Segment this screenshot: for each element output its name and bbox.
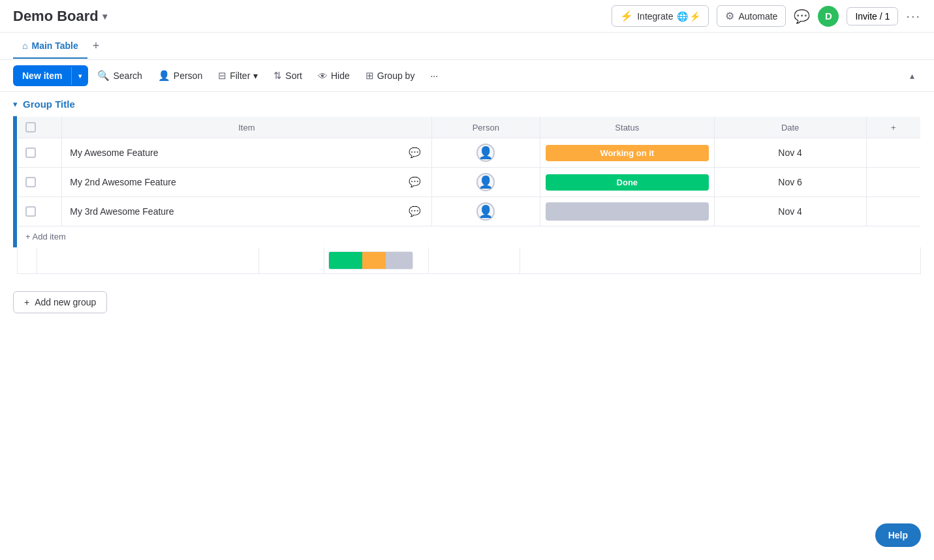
sort-icon: ⇅ <box>273 70 282 82</box>
status-cell[interactable] <box>540 197 714 226</box>
table-row: My 3rd Awesome Feature💬👤Nov 4 <box>18 197 921 226</box>
person-icon: 👤 <box>158 70 170 82</box>
add-group-area: + Add new group <box>0 281 934 324</box>
table-row: My Awesome Feature💬👤Working on itNov 4 <box>18 138 921 168</box>
person-cell[interactable]: 👤 <box>431 168 540 197</box>
summary-working-segment <box>362 252 386 269</box>
new-item-dropdown-arrow[interactable]: ▾ <box>71 67 88 85</box>
invite-button[interactable]: Invite / 1 <box>847 7 898 25</box>
sort-button[interactable]: ⇅ Sort <box>267 66 309 86</box>
toolbar: New item ▾ 🔍 Search 👤 Person ⊟ Filter ▾ … <box>0 60 934 92</box>
group-by-button[interactable]: ⊞ Group by <box>359 66 422 86</box>
row-checkbox-cell <box>18 168 62 197</box>
header-checkbox[interactable] <box>25 122 36 132</box>
collapse-button[interactable]: ▴ <box>903 67 921 85</box>
integrate-icons: 🌐 ⚡ <box>677 11 700 22</box>
chat-icon[interactable]: 💬 <box>406 147 424 159</box>
integrate-button[interactable]: ⚡ Integrate 🌐 ⚡ <box>612 5 709 27</box>
hide-label: Hide <box>331 70 350 81</box>
row-checkbox-cell <box>18 197 62 226</box>
row-checkbox[interactable] <box>25 177 36 187</box>
item-name-text: My 2nd Awesome Feature <box>70 177 176 187</box>
status-badge: Done <box>546 174 708 191</box>
person-cell[interactable]: 👤 <box>431 197 540 226</box>
col-date-label: Date <box>781 123 799 132</box>
col-person-label: Person <box>473 123 499 132</box>
summary-done-segment <box>329 252 362 269</box>
automate-icon: ⚙ <box>725 10 734 22</box>
group-header: ▾ Group Title <box>0 92 934 116</box>
collapse-icon: ▴ <box>910 70 914 81</box>
integrate-label: Integrate <box>637 11 673 22</box>
new-item-label: New item <box>13 65 71 86</box>
add-item-row[interactable]: + Add item <box>18 226 921 247</box>
top-header: Demo Board ▾ ⚡ Integrate 🌐 ⚡ ⚙ Automate … <box>0 0 934 33</box>
avatar[interactable]: D <box>818 6 839 27</box>
group-by-icon: ⊞ <box>366 70 374 82</box>
chat-icon[interactable]: 💬 <box>406 176 424 188</box>
status-summary-bar <box>328 251 413 270</box>
person-avatar: 👤 <box>476 173 495 191</box>
sort-label: Sort <box>285 70 302 81</box>
board-title-text: Demo Board <box>13 8 99 25</box>
add-item-label[interactable]: + Add item <box>18 226 921 247</box>
filter-chevron-icon: ▾ <box>253 70 258 81</box>
date-cell[interactable]: Nov 4 <box>714 138 866 168</box>
more-toolbar-icon: ··· <box>430 70 438 81</box>
tabs-bar: ⌂ Main Table + <box>0 33 934 60</box>
date-cell[interactable]: Nov 6 <box>714 168 866 197</box>
search-label: Search <box>113 70 142 81</box>
hide-button[interactable]: 👁 Hide <box>311 67 356 86</box>
item-name-text: My Awesome Feature <box>70 148 158 158</box>
more-toolbar-button[interactable]: ··· <box>424 67 444 85</box>
group-title: Group Title <box>23 99 75 110</box>
header-checkbox-cell <box>18 117 62 138</box>
item-name-text: My 3rd Awesome Feature <box>70 206 174 217</box>
group-table-container: Item Person Status Date + <box>13 116 921 247</box>
new-item-button[interactable]: New item ▾ <box>13 65 88 86</box>
group-collapse-chevron-icon[interactable]: ▾ <box>13 99 18 109</box>
person-cell[interactable]: 👤 <box>431 138 540 168</box>
col-person: Person <box>431 117 540 138</box>
col-status-label: Status <box>615 123 639 132</box>
add-group-plus-icon: + <box>24 297 29 307</box>
add-col-cell <box>866 138 920 168</box>
person-button[interactable]: 👤 Person <box>151 66 209 86</box>
board-title[interactable]: Demo Board ▾ <box>13 8 107 25</box>
automate-button[interactable]: ⚙ Automate <box>717 5 786 27</box>
person-avatar: 👤 <box>476 202 495 221</box>
chat-icon[interactable]: 💬 <box>406 206 424 217</box>
table-row: My 2nd Awesome Feature💬👤DoneNov 6 <box>18 168 921 197</box>
search-icon: 🔍 <box>97 70 110 82</box>
status-cell[interactable]: Working on it <box>540 138 714 168</box>
item-name-cell: My 2nd Awesome Feature💬 <box>62 168 431 197</box>
summary-empty-segment <box>386 252 413 269</box>
col-date: Date <box>714 117 866 138</box>
add-new-group-button[interactable]: + Add new group <box>13 291 107 313</box>
filter-button[interactable]: ⊟ Filter ▾ <box>211 66 264 86</box>
automate-label: Automate <box>738 11 777 22</box>
status-badge-empty <box>546 202 708 221</box>
col-add[interactable]: + <box>866 117 920 138</box>
date-cell[interactable]: Nov 4 <box>714 197 866 226</box>
filter-label: Filter <box>230 70 250 81</box>
tab-main-table[interactable]: ⌂ Main Table <box>13 34 87 59</box>
group-by-label: Group by <box>377 70 415 81</box>
tab-main-table-label: Main Table <box>31 40 78 51</box>
row-checkbox-cell <box>18 138 62 168</box>
hide-icon: 👁 <box>318 70 328 82</box>
row-checkbox[interactable] <box>25 148 36 158</box>
header-right: ⚡ Integrate 🌐 ⚡ ⚙ Automate 💬 D Invite / … <box>612 5 921 27</box>
add-col-cell <box>866 197 920 226</box>
invite-label: Invite / 1 <box>855 11 890 22</box>
status-cell[interactable]: Done <box>540 168 714 197</box>
integrate-icon: ⚡ <box>620 10 633 22</box>
table-wrapper: Item Person Status Date + <box>0 116 934 274</box>
comment-icon[interactable]: 💬 <box>794 8 810 24</box>
col-item-label: Item <box>238 123 255 132</box>
more-options-icon[interactable]: ··· <box>906 8 921 23</box>
row-checkbox[interactable] <box>25 206 36 217</box>
tab-add-button[interactable]: + <box>87 33 105 59</box>
item-name-cell: My 3rd Awesome Feature💬 <box>62 197 431 226</box>
search-button[interactable]: 🔍 Search <box>91 66 148 86</box>
